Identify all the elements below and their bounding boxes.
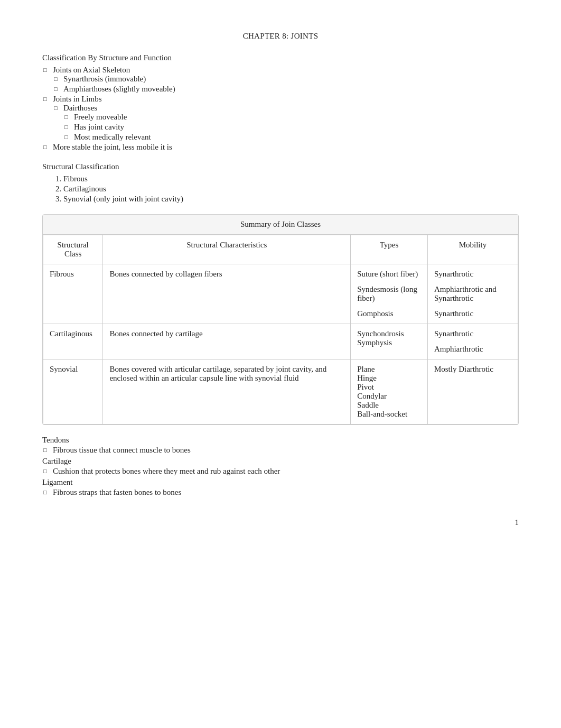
- table-row-synovial: Synovial Bones covered with articular ca…: [43, 360, 518, 425]
- ligament-heading: Ligament: [42, 478, 519, 487]
- cartilage-heading: Cartilage: [42, 457, 519, 466]
- classification-heading: Classification By Structure and Function: [42, 53, 519, 62]
- cartilage-bullet-item: Cushion that protects bones where they m…: [42, 467, 519, 476]
- structural-list: Fibrous Cartilaginous Synovial (only joi…: [42, 174, 519, 204]
- more-stable-item: More stable the joint, less mobile it is: [42, 143, 519, 152]
- limbs-sub-list: Dairthoses Freely moveable Has joint cav…: [53, 104, 519, 142]
- synarthrosis-item: Synarthrosis (immovable): [53, 75, 519, 84]
- cartilaginous-type-2: Symphysis: [357, 338, 421, 347]
- cartilaginous-mobility-1: Synarthrotic: [434, 329, 511, 338]
- footer-section: Tendons Fibrous tissue that connect musc…: [42, 436, 519, 497]
- fibrous-mobility-3: Synarthrotic: [434, 309, 511, 318]
- cartilaginous-types: Synchondrosis Symphysis: [351, 324, 428, 360]
- page-title: CHAPTER 8: JOINTS: [42, 32, 519, 41]
- synovial-class: Synovial: [43, 360, 103, 425]
- ligament-list: Fibrous straps that fasten bones to bone…: [42, 488, 519, 497]
- cartilage-list: Cushion that protects bones where they m…: [42, 467, 519, 476]
- axial-sub-list: Synarthrosis (immovable) Amphiarthoses (…: [53, 75, 519, 94]
- dairthoses-sub-list: Freely moveable Has joint cavity Most me…: [63, 113, 519, 142]
- ligament-bullet-item: Fibrous straps that fasten bones to bone…: [42, 488, 519, 497]
- fibrous-mobility-2: Amphiarthrotic and Synarthrotic: [434, 285, 511, 303]
- synovial-types: Plane Hinge Pivot Condylar Saddle Ball-a…: [351, 360, 428, 425]
- fibrous-types: Suture (short fiber) Syndesmosis (long f…: [351, 264, 428, 324]
- table-header-row: Structural Class Structural Characterist…: [43, 235, 518, 264]
- col-structural-class: Structural Class: [43, 235, 103, 264]
- synovial-type-4: Condylar: [357, 392, 421, 401]
- table-title: Summary of Join Classes: [43, 215, 518, 235]
- synovial-type-2: Hinge: [357, 374, 421, 383]
- fibrous-class: Fibrous: [43, 264, 103, 324]
- cartilaginous-type-1: Synchondrosis: [357, 329, 421, 338]
- table-row-fibrous: Fibrous Bones connected by collagen fibe…: [43, 264, 518, 324]
- tendons-bullet-item: Fibrous tissue that connect muscle to bo…: [42, 446, 519, 455]
- joint-cavity-item: Has joint cavity: [63, 123, 519, 132]
- synovial-type-6: Ball-and-socket: [357, 410, 421, 419]
- structural-classification-section: Structural Classification Fibrous Cartil…: [42, 162, 519, 204]
- fibrous-type-1: Suture (short fiber): [357, 270, 421, 279]
- structural-heading: Structural Classification: [42, 162, 519, 171]
- col-mobility: Mobility: [427, 235, 518, 264]
- fibrous-type-3: Gomphosis: [357, 309, 421, 318]
- cartilaginous-item: Cartilaginous: [63, 185, 519, 193]
- fibrous-mobility-1: Synarthrotic: [434, 270, 511, 279]
- tendons-heading: Tendons: [42, 436, 519, 445]
- tendons-list: Fibrous tissue that connect muscle to bo…: [42, 446, 519, 455]
- fibrous-mobility: Synarthrotic Amphiarthrotic and Synarthr…: [427, 264, 518, 324]
- fibrous-item: Fibrous: [63, 174, 519, 183]
- page-number: 1: [42, 518, 519, 527]
- table-row-cartilaginous: Cartilaginous Bones connected by cartila…: [43, 324, 518, 360]
- cartilaginous-class: Cartilaginous: [43, 324, 103, 360]
- col-types: Types: [351, 235, 428, 264]
- synovial-characteristics: Bones covered with articular cartilage, …: [103, 360, 351, 425]
- classification-section: Classification By Structure and Function…: [42, 53, 519, 152]
- summary-table-section: Summary of Join Classes Structural Class…: [42, 214, 519, 425]
- synovial-item: Synovial (only joint with joint cavity): [63, 195, 519, 204]
- summary-table: Structural Class Structural Characterist…: [43, 235, 518, 425]
- dairthoses-item: Dairthoses Freely moveable Has joint cav…: [53, 104, 519, 142]
- fibrous-type-2: Syndesmosis (long fiber): [357, 285, 421, 303]
- col-structural-characteristics: Structural Characteristics: [103, 235, 351, 264]
- limbs-item: Joints in Limbs Dairthoses Freely moveab…: [42, 95, 519, 142]
- axial-skeleton-list: Joints on Axial Skeleton Synarthrosis (i…: [42, 66, 519, 152]
- medically-relevant-item: Most medically relevant: [63, 133, 519, 142]
- amphiarthoses-item: Amphiarthoses (slightly moveable): [53, 85, 519, 94]
- cartilaginous-mobility: Synarthrotic Amphiarthrotic: [427, 324, 518, 360]
- synovial-type-5: Saddle: [357, 401, 421, 410]
- cartilaginous-mobility-2: Amphiarthrotic: [434, 345, 511, 354]
- synovial-type-3: Pivot: [357, 383, 421, 392]
- axial-skeleton-item: Joints on Axial Skeleton Synarthrosis (i…: [42, 66, 519, 94]
- synovial-mobility: Mostly Diarthrotic: [427, 360, 518, 425]
- synovial-type-1: Plane: [357, 365, 421, 374]
- cartilaginous-characteristics: Bones connected by cartilage: [103, 324, 351, 360]
- freely-moveable-item: Freely moveable: [63, 113, 519, 122]
- fibrous-characteristics: Bones connected by collagen fibers: [103, 264, 351, 324]
